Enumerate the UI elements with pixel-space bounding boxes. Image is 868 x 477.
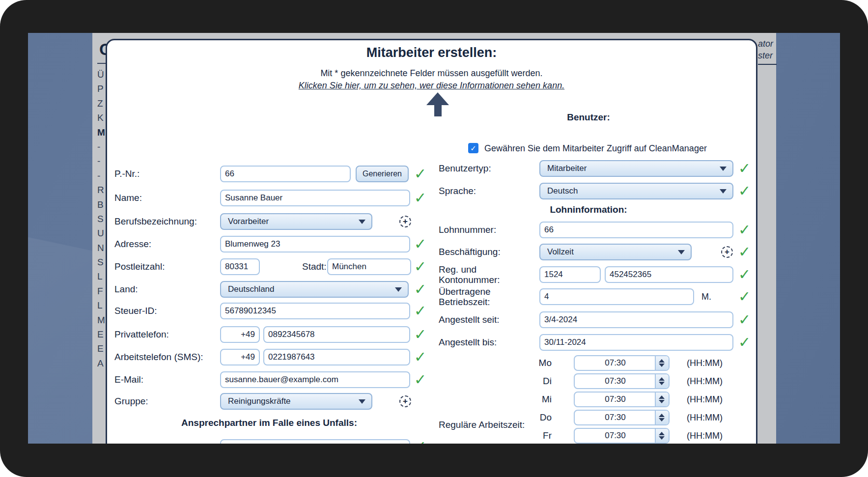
- language-select[interactable]: Deutsch: [539, 183, 733, 199]
- homephone-label: Privattelefon:: [114, 326, 169, 343]
- employed-to-label: Angestellt bis:: [439, 334, 497, 351]
- grant-access-checkbox[interactable]: ✓: [468, 143, 478, 153]
- add-employment-button[interactable]: +: [721, 246, 733, 258]
- header-fragment-line2[interactable]: ster: [758, 50, 778, 61]
- time-di-value: 07:30: [575, 374, 656, 388]
- name-input[interactable]: [220, 190, 410, 206]
- arrow-up-icon: [426, 92, 449, 117]
- employed-to-input[interactable]: [539, 334, 733, 351]
- accountnumber-input[interactable]: [605, 266, 733, 283]
- header-user-fragment: ator ster: [758, 38, 778, 61]
- address-input[interactable]: [220, 236, 410, 253]
- add-group-button[interactable]: +: [399, 395, 411, 407]
- time-mo-stepper[interactable]: 07:30: [574, 355, 670, 371]
- employment-select[interactable]: Vollzeit: [539, 244, 692, 260]
- jobtitle-value: Vorarbeiter: [228, 217, 269, 226]
- country-value: Deutschland: [228, 284, 275, 294]
- time-format-hint: (HH:MM): [687, 355, 723, 371]
- stepper-buttons[interactable]: [655, 374, 669, 388]
- stepper-buttons[interactable]: [655, 356, 669, 370]
- valid-check-icon: ✓: [414, 166, 426, 182]
- email-input[interactable]: [220, 371, 410, 388]
- workphone-prefix-input[interactable]: [220, 349, 260, 365]
- spin-up-icon[interactable]: [659, 414, 665, 417]
- spin-down-icon[interactable]: [659, 418, 665, 421]
- wagenumber-input[interactable]: [539, 222, 733, 238]
- jobtitle-select[interactable]: Vorarbeiter: [220, 213, 372, 230]
- employed-from-label: Angestellt seit:: [439, 311, 500, 328]
- employment-label: Beschäftigung:: [439, 244, 501, 260]
- weekday-label-mi: Mi: [522, 392, 552, 407]
- homephone-prefix-input[interactable]: [220, 326, 260, 343]
- valid-check-icon: ✓: [738, 160, 751, 177]
- time-fr-value: 07:30: [575, 429, 656, 443]
- usertype-select[interactable]: Mitarbeiter: [539, 160, 733, 177]
- time-do-value: 07:30: [575, 411, 656, 424]
- language-label: Sprache:: [439, 183, 476, 199]
- chevron-down-icon: [678, 250, 685, 254]
- spin-down-icon[interactable]: [659, 382, 665, 385]
- time-format-hint: (HH:MM): [687, 428, 723, 444]
- usertype-value: Mitarbeiter: [547, 164, 587, 173]
- valid-check-icon: ✓: [414, 190, 426, 206]
- spin-down-icon[interactable]: [659, 364, 665, 367]
- valid-check-icon: ✓: [414, 281, 426, 298]
- valid-check-icon: ✓: [738, 334, 751, 351]
- chevron-down-icon: [720, 167, 727, 171]
- chevron-down-icon: [720, 189, 727, 194]
- chevron-down-icon: [395, 287, 402, 292]
- valid-check-icon: ✓: [738, 183, 751, 199]
- group-select[interactable]: Reinigungskräfte: [220, 393, 372, 410]
- spin-up-icon[interactable]: [659, 432, 665, 435]
- transferred-time-unit: M.: [701, 288, 711, 305]
- chevron-down-icon: [359, 220, 365, 224]
- employed-from-input[interactable]: [539, 311, 733, 328]
- weekday-label-mo: Mo: [522, 355, 552, 371]
- city-input[interactable]: [327, 258, 411, 275]
- country-select[interactable]: Deutschland: [220, 281, 409, 298]
- spin-up-icon[interactable]: [659, 395, 665, 399]
- regnumber-input[interactable]: [539, 266, 601, 283]
- time-mo-value: 07:30: [575, 356, 656, 370]
- spin-down-icon[interactable]: [659, 400, 665, 403]
- taxid-input[interactable]: [220, 303, 410, 319]
- employment-value: Vollzeit: [547, 247, 574, 256]
- accident-contact-input[interactable]: [220, 439, 410, 444]
- chevron-down-icon: [359, 399, 365, 404]
- valid-check-icon: ✓: [414, 236, 426, 253]
- country-label: Land:: [114, 281, 138, 298]
- add-jobtitle-button[interactable]: +: [399, 216, 411, 227]
- time-mi-stepper[interactable]: 07:30: [574, 392, 670, 407]
- weekday-label-do: Do: [522, 410, 552, 425]
- valid-check-icon: ✓: [738, 288, 751, 305]
- generate-button[interactable]: Generieren: [356, 166, 409, 182]
- spin-down-icon[interactable]: [659, 436, 665, 440]
- homephone-input[interactable]: [263, 326, 410, 343]
- time-di-stepper[interactable]: 07:30: [574, 373, 670, 389]
- time-do-stepper[interactable]: 07:30: [574, 410, 670, 425]
- modal-title: Mitarbeiter erstellen:: [107, 45, 756, 60]
- time-fr-stepper[interactable]: 07:30: [574, 428, 670, 444]
- transferred-time-input[interactable]: [539, 288, 694, 305]
- pnr-input[interactable]: [220, 166, 351, 182]
- required-fields-note: Mit * gekennzeichnete Felder müssen ausg…: [107, 68, 756, 79]
- valid-check-icon: ✓: [414, 371, 426, 388]
- workphone-input[interactable]: [263, 349, 410, 365]
- user-section-heading: Benutzer:: [480, 112, 697, 123]
- valid-check-icon: ✓: [414, 438, 426, 444]
- stepper-buttons[interactable]: [655, 411, 669, 424]
- time-format-hint: (HH:MM): [687, 373, 723, 389]
- spin-up-icon[interactable]: [659, 359, 665, 363]
- valid-check-icon: ✓: [414, 349, 426, 365]
- stepper-buttons[interactable]: [655, 429, 669, 443]
- stepper-buttons[interactable]: [655, 393, 669, 406]
- group-label: Gruppe:: [114, 393, 148, 410]
- valid-check-icon: ✓: [414, 303, 426, 319]
- visibility-info-link[interactable]: Klicken Sie hier, um zu sehen, wer diese…: [107, 81, 756, 91]
- zip-input[interactable]: [220, 258, 260, 275]
- time-format-hint: (HH:MM): [687, 392, 723, 407]
- time-mi-value: 07:30: [575, 393, 656, 406]
- weekday-label-fr: Fr: [522, 428, 552, 444]
- spin-up-icon[interactable]: [659, 377, 665, 381]
- taxid-label: Steuer-ID:: [114, 303, 157, 319]
